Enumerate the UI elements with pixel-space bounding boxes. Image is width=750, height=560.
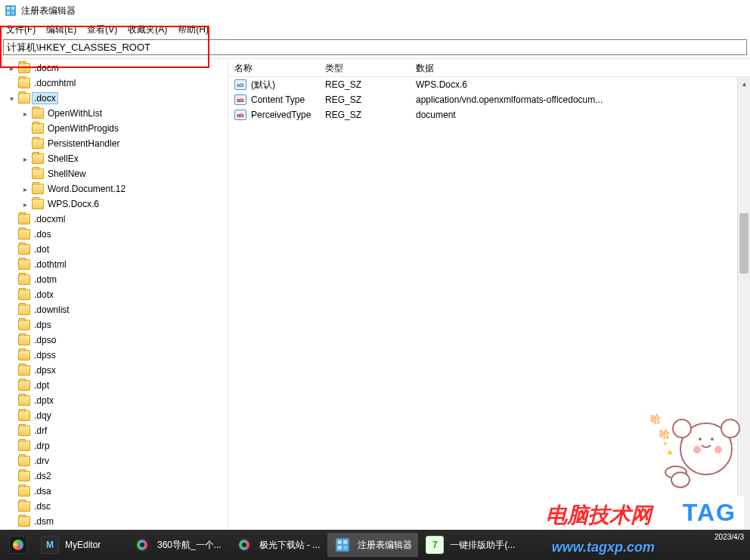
- regedit-icon: [5, 5, 17, 17]
- menu-view[interactable]: 查看(V): [87, 23, 117, 36]
- tree-item[interactable]: ▸WPS.Docx.6: [0, 196, 228, 212]
- tree-view[interactable]: ▸.docm▸.docmhtml▾.docx▸OpenWithList▸Open…: [0, 59, 228, 560]
- scrollbar-vertical[interactable]: ▴ ▾: [737, 77, 750, 560]
- tree-item[interactable]: ▸.dsc: [0, 499, 228, 514]
- tree-item[interactable]: ▸.dqy: [0, 408, 228, 423]
- list-row[interactable]: abPerceivedTypeREG_SZdocument: [228, 107, 750, 122]
- tree-item[interactable]: ▸.dotx: [0, 287, 228, 302]
- col-type[interactable]: 类型: [319, 59, 410, 76]
- list-body[interactable]: ab(默认)REG_SZWPS.Docx.6abContent TypeREG_…: [228, 77, 750, 560]
- menu-file[interactable]: 文件(F): [6, 23, 36, 36]
- tree-item[interactable]: ▸.ds2: [0, 469, 228, 484]
- tree-item[interactable]: ▸.dpss: [0, 348, 228, 363]
- tree-item-label: .dsc: [32, 501, 53, 512]
- folder-icon: [18, 229, 30, 240]
- tree-item-label: .docx: [32, 92, 58, 104]
- svg-rect-26: [344, 546, 348, 549]
- tree-item-label: .dot: [32, 244, 51, 255]
- value-data: document: [410, 108, 750, 122]
- tree-item[interactable]: ▸.drp: [0, 438, 228, 453]
- col-name[interactable]: 名称: [228, 59, 319, 76]
- chevron-right-icon[interactable]: ▸: [6, 63, 17, 73]
- folder-icon: [32, 169, 44, 179]
- tree-item[interactable]: ▸.dos: [0, 227, 228, 242]
- menu-edit[interactable]: 编辑(E): [46, 23, 76, 36]
- tree-item-label: .dsa: [32, 486, 54, 497]
- tree-item[interactable]: ▸ShellNew: [0, 166, 228, 181]
- list-row[interactable]: ab(默认)REG_SZWPS.Docx.6: [228, 77, 750, 92]
- tree-item[interactable]: ▸.dpso: [0, 333, 228, 348]
- taskbar-button[interactable]: 7一键排版助手(...: [420, 533, 521, 557]
- folder-icon: [18, 289, 30, 300]
- tree-item-label: OpenWithList: [45, 108, 104, 119]
- folder-icon: [18, 214, 30, 224]
- scroll-up-icon[interactable]: ▴: [738, 77, 750, 90]
- menu-favorites[interactable]: 收藏夹(A): [128, 23, 167, 36]
- tree-item[interactable]: ▸.dsm: [0, 514, 228, 529]
- folder-icon: [18, 441, 30, 451]
- chevron-right-icon[interactable]: ▸: [20, 184, 30, 194]
- chevron-right-icon[interactable]: ▸: [20, 153, 30, 164]
- taskbar-button[interactable]: 360导航_一个...: [127, 533, 228, 557]
- tree-item[interactable]: ▸.dothtml: [0, 257, 228, 272]
- chevron-right-icon[interactable]: ▸: [20, 108, 30, 119]
- tree-item[interactable]: ▸.docmhtml: [0, 76, 228, 91]
- taskbar-label: MyEditor: [65, 540, 101, 550]
- folder-icon: [18, 78, 30, 88]
- taskbar-label: 一键排版助手(...: [450, 539, 515, 552]
- folder-icon: [32, 138, 44, 149]
- tree-item[interactable]: ▸.dps: [0, 317, 228, 333]
- tree-item-label: Word.Document.12: [45, 184, 128, 194]
- folder-icon: [32, 199, 44, 209]
- tree-item-label: ShellNew: [45, 169, 88, 179]
- folder-icon: [18, 259, 30, 270]
- taskbar-label: 360导航_一个...: [157, 539, 222, 552]
- tree-item[interactable]: ▸.drf: [0, 423, 228, 438]
- folder-icon: [18, 516, 30, 527]
- tree-item[interactable]: ▸OpenWithList: [0, 106, 228, 121]
- tree-item[interactable]: ▸.dpt: [0, 378, 228, 393]
- taskbar-button[interactable]: MMyEditor: [35, 533, 126, 557]
- tree-item-label: WPS.Docx.6: [45, 199, 101, 209]
- tree-item[interactable]: ▸OpenWithProgids: [0, 121, 228, 136]
- taskbar[interactable]: MMyEditor360导航_一个...极光下载站 - ...注册表编辑器7一键…: [0, 530, 750, 560]
- taskbar-button[interactable]: [3, 533, 33, 557]
- tree-item[interactable]: ▸.drv: [0, 453, 228, 469]
- chevron-right-icon[interactable]: ▸: [20, 199, 30, 209]
- app-icon: M: [41, 536, 59, 554]
- app-icon: [9, 536, 27, 554]
- svg-rect-4: [11, 11, 14, 14]
- tree-item[interactable]: ▸PersistentHandler: [0, 136, 228, 151]
- taskbar-button[interactable]: 注册表编辑器: [327, 533, 418, 557]
- scroll-thumb[interactable]: [739, 213, 748, 274]
- app-icon: [235, 536, 253, 554]
- folder-icon: [18, 425, 30, 436]
- svg-rect-24: [344, 540, 348, 544]
- folder-icon: [18, 456, 30, 466]
- col-data[interactable]: 数据: [410, 59, 750, 76]
- tree-item[interactable]: ▸.dot: [0, 242, 228, 257]
- tree-item[interactable]: ▸.dpsx: [0, 363, 228, 378]
- tree-item[interactable]: ▾.docx: [0, 91, 228, 106]
- folder-icon: [18, 365, 30, 376]
- address-input[interactable]: [3, 39, 747, 55]
- tree-item[interactable]: ▸.downlist: [0, 302, 228, 317]
- tray-clock[interactable]: 2023/4/3: [714, 533, 744, 541]
- tree-item[interactable]: ▸.docm: [0, 60, 228, 76]
- menubar: 文件(F) 编辑(E) 查看(V) 收藏夹(A) 帮助(H): [0, 21, 750, 38]
- tree-item[interactable]: ▸ShellEx: [0, 151, 228, 166]
- list-row[interactable]: abContent TypeREG_SZapplication/vnd.open…: [228, 92, 750, 107]
- tree-item[interactable]: ▸.dotm: [0, 272, 228, 287]
- tree-item[interactable]: ▸.dsa: [0, 484, 228, 499]
- folder-icon: [18, 274, 30, 285]
- menu-help[interactable]: 帮助(H): [178, 23, 209, 36]
- chevron-down-icon[interactable]: ▾: [6, 93, 17, 104]
- taskbar-button[interactable]: 极光下载站 - ...: [229, 533, 327, 557]
- tree-item[interactable]: ▸.docxml: [0, 212, 228, 227]
- value-type: REG_SZ: [319, 78, 410, 91]
- tree-item[interactable]: ▸Word.Document.12: [0, 181, 228, 196]
- string-value-icon: ab: [234, 94, 246, 105]
- tree-item[interactable]: ▸.dptx: [0, 393, 228, 408]
- folder-icon: [18, 93, 30, 104]
- tree-item-label: .dpso: [32, 335, 58, 345]
